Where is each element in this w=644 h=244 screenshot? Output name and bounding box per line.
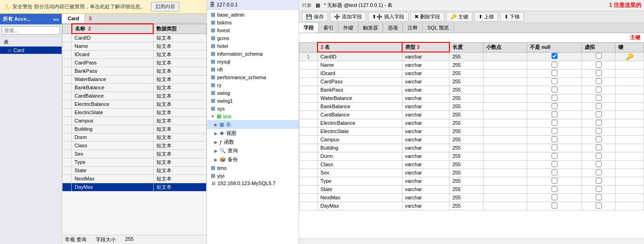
table-row[interactable]: DayMax 短文本 xyxy=(63,183,207,191)
field-notnull[interactable] xyxy=(527,168,582,177)
db-tree-child-item[interactable]: ▶▦表 xyxy=(207,120,299,129)
table-row[interactable]: Building 短文本 xyxy=(63,125,207,133)
field-virtual[interactable] xyxy=(582,185,615,193)
field-virtual[interactable] xyxy=(582,69,615,77)
schema-table-row[interactable]: IDcardvarchar255 xyxy=(299,69,644,77)
sidebar-item-card[interactable]: ▦ Card xyxy=(0,46,62,54)
schema-table-row[interactable]: Campusvarchar255 xyxy=(299,135,644,144)
toolbar-主键-button[interactable]: 🔑 主键 xyxy=(446,12,472,22)
schema-table-row[interactable]: Namevarchar255 xyxy=(299,61,644,69)
db-tree-item[interactable]: ▦swing1 xyxy=(207,97,299,105)
right-tab-SQL 预览[interactable]: SQL 预览 xyxy=(423,23,454,33)
right-tab-字段[interactable]: 字段 xyxy=(299,23,319,33)
table-row[interactable]: Campus 短文本 xyxy=(63,116,207,125)
tab-card[interactable]: Card xyxy=(62,14,85,23)
db-tree-child-item[interactable]: ▶ƒ函数 xyxy=(207,138,299,146)
db-tree-child-item[interactable]: ▶📦备份 xyxy=(207,155,299,164)
field-notnull[interactable] xyxy=(527,185,582,193)
db-tree-item[interactable]: ▦forest xyxy=(207,26,299,34)
schema-table-row[interactable]: NextMaxvarchar255 xyxy=(299,193,644,202)
field-notnull[interactable] xyxy=(527,202,582,210)
table-row[interactable]: NextMax 短文本 xyxy=(63,174,207,183)
toolbar-添加字段-button[interactable]: ➕ 添加字段 xyxy=(330,12,366,22)
sidebar-collapse-icon[interactable]: «» xyxy=(53,17,59,22)
schema-table-row[interactable]: BankPassvarchar255 xyxy=(299,86,644,94)
toolbar-删除字段-button[interactable]: ✖ 删除字段 xyxy=(410,12,444,22)
field-virtual[interactable] xyxy=(582,168,615,177)
toolbar-下移-button[interactable]: ⬇ 下移 xyxy=(500,12,524,22)
schema-table-row[interactable]: 1CardIDvarchar255🔑 xyxy=(299,52,644,61)
field-notnull[interactable] xyxy=(527,127,582,135)
field-virtual[interactable] xyxy=(582,135,615,144)
db-tree-item[interactable]: ▦information_schema xyxy=(207,50,299,58)
table-row[interactable]: State 短文本 xyxy=(63,166,207,174)
field-virtual[interactable] xyxy=(582,152,615,160)
schema-table-row[interactable]: Dormvarchar255 xyxy=(299,152,644,160)
table-row[interactable]: IDcard 短文本 xyxy=(63,50,207,58)
db-tree-item[interactable]: ▦swing xyxy=(207,89,299,97)
db-tree-item[interactable]: ▦performance_schema xyxy=(207,73,299,81)
table-row[interactable]: CardID 短文本 xyxy=(63,34,207,42)
table-row[interactable]: Dorm 短文本 xyxy=(63,133,207,141)
table-row[interactable]: Name 短文本 xyxy=(63,42,207,50)
schema-table-row[interactable]: CardBalancevarchar255 xyxy=(299,110,644,119)
field-virtual[interactable] xyxy=(582,110,615,119)
table-row[interactable]: Class 短文本 xyxy=(63,141,207,150)
schema-table-row[interactable]: Statevarchar255 xyxy=(299,185,644,193)
db-tree-item[interactable]: ▦yiyi xyxy=(207,172,299,180)
db-tree[interactable]: ▦base_admin▦bskms▦forest▦gcms▦hotel▦info… xyxy=(207,10,299,244)
table-row[interactable]: Sex 短文本 xyxy=(63,150,207,158)
table-row[interactable]: ElectricState 短文本 xyxy=(63,108,207,116)
schema-table-row[interactable]: Typevarchar255 xyxy=(299,177,644,185)
db-tree-child-item[interactable]: ▶🔍查询 xyxy=(207,146,299,155)
field-notnull[interactable] xyxy=(527,86,582,94)
right-tab-注释[interactable]: 注释 xyxy=(403,23,423,33)
table-row[interactable]: WaterBalance 短文本 xyxy=(63,75,207,83)
field-virtual[interactable] xyxy=(582,86,615,94)
field-virtual[interactable] xyxy=(582,102,615,110)
field-virtual[interactable] xyxy=(582,202,615,210)
toolbar-保存-button[interactable]: 💾 保存 xyxy=(302,12,328,22)
schema-table-row[interactable]: WaterBalancevarchar255 xyxy=(299,94,644,102)
field-virtual[interactable] xyxy=(582,144,615,152)
schema-table-row[interactable]: BankBalancevarchar255 xyxy=(299,102,644,110)
field-notnull[interactable] xyxy=(527,102,582,110)
field-notnull[interactable] xyxy=(527,160,582,168)
toolbar-插入字段-button[interactable]: ⬆➕ 插入字段 xyxy=(368,12,408,22)
table-row[interactable]: BankBalance 短文本 xyxy=(63,83,207,92)
right-tab-外键[interactable]: 外键 xyxy=(339,23,358,33)
db-tree-item[interactable]: ▦base_admin xyxy=(207,11,299,18)
schema-table-row[interactable]: ElectricStatevarchar255 xyxy=(299,127,644,135)
db-tree-item[interactable]: ▦mysql xyxy=(207,58,299,65)
toolbar-上移-button[interactable]: ⬆ 上移 xyxy=(474,12,498,22)
field-virtual[interactable] xyxy=(582,177,615,185)
left-table-container[interactable]: 名称 2 数据类型 CardID 短文本 Name 短文本 IDcard 短文本… xyxy=(62,23,207,235)
field-notnull[interactable] xyxy=(527,77,582,86)
field-virtual[interactable] xyxy=(582,52,615,61)
field-virtual[interactable] xyxy=(582,94,615,102)
field-virtual[interactable] xyxy=(582,193,615,202)
table-row[interactable]: BankPass 短文本 xyxy=(63,67,207,75)
search-input[interactable] xyxy=(2,26,60,35)
field-virtual[interactable] xyxy=(582,77,615,86)
db-tree-item[interactable]: ▦sys xyxy=(207,105,299,112)
db-tree-item[interactable]: 🖥192.168.0.123-MySQL5.7 xyxy=(207,180,299,187)
field-notnull[interactable] xyxy=(527,52,582,61)
field-notnull[interactable] xyxy=(527,110,582,119)
field-virtual[interactable] xyxy=(582,127,615,135)
scrollbar[interactable] xyxy=(299,238,644,244)
schema-table-row[interactable]: ElectricBalancevarchar255 xyxy=(299,119,644,127)
table-row[interactable]: Type 短文本 xyxy=(63,158,207,166)
db-tree-item[interactable]: ▼▦test xyxy=(207,112,299,120)
table-row[interactable]: CardBalance 短文本 xyxy=(63,92,207,100)
right-tab-触发器[interactable]: 触发器 xyxy=(358,23,383,33)
field-virtual[interactable] xyxy=(582,61,615,69)
schema-table-row[interactable]: Classvarchar255 xyxy=(299,160,644,168)
db-tree-item[interactable]: ▦bskms xyxy=(207,18,299,26)
right-table-container[interactable]: 2 名类型 3长度小数点不是 null虚拟键 1CardIDvarchar255… xyxy=(299,42,644,238)
field-notnull[interactable] xyxy=(527,144,582,152)
db-tree-item[interactable]: ▦timo xyxy=(207,164,299,172)
db-tree-item[interactable]: ▦gcms xyxy=(207,34,299,42)
right-tab-选项[interactable]: 选项 xyxy=(383,23,403,33)
field-notnull[interactable] xyxy=(527,177,582,185)
